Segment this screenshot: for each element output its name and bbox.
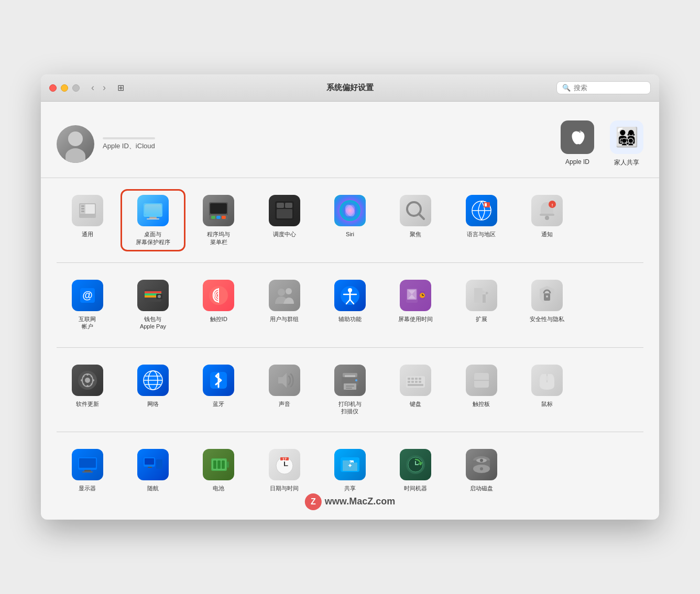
svg-rect-4 bbox=[81, 205, 84, 207]
svg-rect-89 bbox=[415, 378, 418, 380]
software-icon bbox=[72, 365, 103, 396]
battery-icon bbox=[203, 449, 234, 480]
mouse-icon bbox=[531, 365, 563, 396]
search-box[interactable]: 🔍 bbox=[556, 81, 651, 94]
svg-rect-88 bbox=[411, 378, 414, 380]
icon-grid-personal: 通用 bbox=[57, 191, 643, 250]
svg-rect-94 bbox=[419, 381, 421, 383]
dock-icon bbox=[203, 195, 234, 226]
wallet-label: 钱包与Apple Pay bbox=[140, 315, 166, 331]
users-icon bbox=[269, 280, 300, 311]
family-sharing-icon: 👨‍👩‍👧‍👦 bbox=[610, 120, 643, 154]
svg-rect-111 bbox=[213, 460, 216, 469]
sidecar-icon-svg bbox=[141, 453, 165, 476]
svg-rect-16 bbox=[216, 216, 221, 219]
item-mission[interactable]: 调度中心 bbox=[254, 191, 315, 250]
item-display[interactable]: 显示器 bbox=[57, 445, 118, 496]
search-icon: 🔍 bbox=[562, 84, 571, 92]
svg-point-33 bbox=[545, 216, 549, 220]
timemachine-icon bbox=[400, 449, 431, 480]
svg-rect-15 bbox=[211, 216, 215, 219]
search-input[interactable] bbox=[574, 84, 645, 92]
item-dock[interactable]: 程序坞与菜单栏 bbox=[188, 191, 249, 250]
printer-icon-svg bbox=[338, 369, 362, 392]
internet-icon: @ bbox=[72, 280, 103, 311]
svg-rect-112 bbox=[217, 460, 221, 469]
startup-icon bbox=[466, 449, 497, 480]
item-datetime[interactable]: 17 日期与时间 bbox=[254, 445, 315, 496]
item-startup[interactable]: 启动磁盘 bbox=[451, 445, 512, 496]
item-network[interactable]: 网络 bbox=[122, 360, 183, 420]
general-icon bbox=[72, 195, 103, 226]
mission-label: 调度中心 bbox=[273, 230, 296, 238]
notifications-icon: ! bbox=[531, 195, 563, 226]
item-language[interactable]: 语言与地区 bbox=[451, 191, 512, 250]
svg-point-47 bbox=[286, 288, 292, 294]
security-icon-svg bbox=[535, 284, 559, 307]
item-keyboard[interactable]: 键盘 bbox=[385, 360, 446, 420]
item-internet[interactable]: @ 互联网帐户 bbox=[57, 276, 118, 335]
item-extensions[interactable]: 扩展 bbox=[451, 276, 512, 335]
item-touch[interactable]: 触控ID bbox=[188, 276, 249, 335]
touch-label: 触控ID bbox=[210, 315, 227, 323]
item-trackpad[interactable]: 触控板 bbox=[451, 360, 512, 420]
item-accessibility[interactable]: 辅助功能 bbox=[319, 276, 380, 335]
item-screentime[interactable]: 屏幕使用时间 bbox=[385, 276, 446, 335]
item-timemachine[interactable]: 时间机器 bbox=[385, 445, 446, 496]
touch-icon bbox=[203, 280, 234, 311]
item-wallet[interactable]: 钱包与Apple Pay bbox=[122, 276, 183, 335]
apple-id-label: Apple ID bbox=[565, 158, 589, 166]
bluetooth-icon bbox=[203, 365, 234, 396]
item-sharing[interactable]: ✦ 共享 bbox=[319, 445, 380, 496]
svg-rect-92 bbox=[411, 381, 414, 383]
item-sound[interactable]: 声音 bbox=[254, 360, 315, 420]
avatar[interactable] bbox=[57, 125, 94, 163]
item-bluetooth[interactable]: 蓝牙 bbox=[188, 360, 249, 420]
siri-label: Siri bbox=[346, 230, 354, 238]
section-personal: 通用 bbox=[57, 178, 643, 263]
item-users[interactable]: 用户与群组 bbox=[254, 276, 315, 335]
language-icon bbox=[466, 195, 497, 226]
item-general[interactable]: 通用 bbox=[57, 191, 118, 250]
extensions-icon bbox=[466, 280, 497, 311]
svg-rect-90 bbox=[419, 378, 421, 380]
account-name bbox=[103, 137, 155, 139]
dock-label: 程序坞与菜单栏 bbox=[207, 230, 230, 246]
item-printer[interactable]: 打印机与扫描仪 bbox=[319, 360, 380, 420]
back-button[interactable]: ‹ bbox=[88, 80, 97, 95]
account-right: Apple ID 👨‍👩‍👧‍👦 家人共享 bbox=[561, 120, 643, 167]
item-siri[interactable]: Siri bbox=[319, 191, 380, 250]
svg-point-130 bbox=[480, 467, 483, 470]
titlebar: ‹ › ⊞ 系统偏好设置 🔍 bbox=[41, 74, 659, 102]
item-mouse[interactable]: 鼠标 bbox=[516, 360, 577, 420]
minimize-button[interactable] bbox=[61, 84, 68, 92]
datetime-label: 日期与时间 bbox=[270, 485, 299, 492]
item-software[interactable]: 软件更新 bbox=[57, 360, 118, 420]
item-sidecar[interactable]: 随航 bbox=[122, 445, 183, 496]
family-sharing-label: 家人共享 bbox=[614, 158, 639, 167]
item-battery[interactable]: 电池 bbox=[188, 445, 249, 496]
siri-icon-svg bbox=[338, 199, 362, 222]
svg-rect-81 bbox=[345, 375, 355, 377]
apple-id-action[interactable]: Apple ID bbox=[561, 120, 594, 167]
grid-view-button[interactable]: ⊞ bbox=[115, 81, 126, 95]
svg-rect-107 bbox=[148, 467, 152, 468]
trackpad-icon-svg bbox=[470, 369, 493, 392]
notifications-label: 通知 bbox=[541, 230, 553, 238]
forward-button[interactable]: › bbox=[100, 80, 109, 95]
account-left: Apple ID、iCloud bbox=[57, 125, 155, 163]
item-security[interactable]: 安全性与隐私 bbox=[516, 276, 577, 335]
svg-point-64 bbox=[86, 373, 89, 376]
mission-icon bbox=[269, 195, 300, 226]
svg-point-0 bbox=[574, 131, 581, 140]
family-sharing-action[interactable]: 👨‍👩‍👧‍👦 家人共享 bbox=[610, 120, 643, 167]
svg-rect-102 bbox=[84, 470, 91, 471]
svg-rect-32 bbox=[540, 214, 554, 216]
maximize-button[interactable] bbox=[72, 84, 80, 92]
item-desktop[interactable]: 桌面与屏幕保护程序 bbox=[122, 191, 183, 250]
internet-icon-svg: @ bbox=[76, 284, 99, 307]
item-notifications[interactable]: ! 通知 bbox=[516, 191, 577, 250]
close-button[interactable] bbox=[49, 84, 57, 92]
screentime-label: 屏幕使用时间 bbox=[398, 315, 433, 323]
item-spotlight[interactable]: 聚焦 bbox=[385, 191, 446, 250]
